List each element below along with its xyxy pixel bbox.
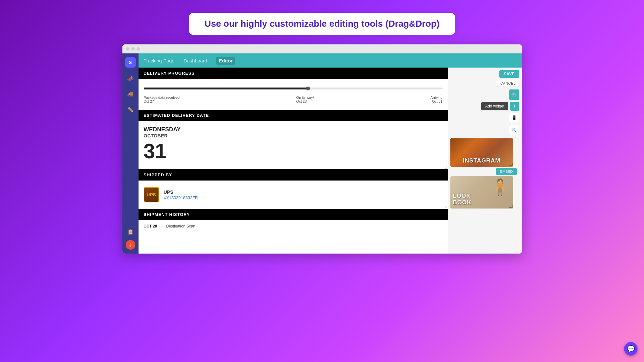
carrier-tracking[interactable]: XY1303918832FR	[164, 195, 198, 200]
embed-row: EMBED	[450, 168, 519, 175]
browser-dot-3	[137, 47, 140, 51]
tab-dashboard[interactable]: Dashboard	[181, 57, 210, 65]
top-banner: Use our highly customizable editing tool…	[189, 13, 455, 35]
main-content: Tracking Page Dashboard Editor DELIVERY …	[139, 53, 522, 254]
navbar: Tracking Page Dashboard Editor	[139, 53, 522, 68]
delivery-month: OCTOBER	[144, 133, 443, 138]
delivery-progress-header: DELIVERY PROGRESS	[139, 68, 448, 79]
sidebar-icon-book[interactable]: 📋	[126, 227, 135, 236]
mobile-preview-icon-button[interactable]: 📱	[509, 113, 519, 123]
progress-label-arriving: Arriving Oct 31	[430, 96, 442, 103]
save-button[interactable]: SAVE	[499, 70, 519, 78]
content-area: DELIVERY PROGRESS Package data received …	[139, 68, 522, 254]
lookbook-widget[interactable]: 🧍 LOOK BOOK	[450, 176, 513, 209]
progress-bar-fill	[144, 88, 308, 89]
lookbook-label: LOOK BOOK	[453, 193, 472, 206]
shipped-by-header: SHIPPED BY	[139, 169, 448, 181]
progress-step-2-date: Oct 28	[296, 99, 314, 103]
sidebar: S 📣 🚚 ✏️ 📋 J	[122, 53, 139, 254]
delivery-resize-handle[interactable]	[445, 166, 447, 169]
delivery-section: WEDNESDAY OCTOBER 31	[139, 121, 448, 169]
tracking-content: DELIVERY PROGRESS Package data received …	[139, 68, 448, 254]
history-section: OCT 28 Destination Scan	[139, 220, 448, 232]
instagram-resize-handle[interactable]	[509, 163, 513, 166]
progress-dot	[306, 87, 310, 90]
sidebar-icon-truck[interactable]: 🚚	[126, 89, 135, 98]
progress-labels: Package data received Oct 27 On its way!…	[144, 96, 443, 103]
carrier-name: UPS	[164, 189, 198, 195]
cancel-button[interactable]: CANCEL	[497, 80, 519, 87]
progress-step-1-label: Package data received	[144, 96, 180, 99]
browser-dot-2	[131, 47, 135, 51]
progress-label-onway: On its way! Oct 28	[296, 96, 314, 103]
shipped-by-section: SHIPPED BY UPS UPS XY1303918832FR	[139, 169, 448, 209]
lookbook-resize-handle[interactable]	[509, 205, 513, 208]
embed-button[interactable]: EMBED	[496, 168, 516, 175]
settings-icon-button[interactable]: ⚙️	[509, 89, 519, 100]
table-row: OCT 28 Destination Scan	[144, 224, 443, 228]
progress-step-2-label: On its way!	[296, 96, 314, 99]
sidebar-icon-megaphone[interactable]: 📣	[126, 74, 135, 83]
sidebar-avatar[interactable]: J	[126, 240, 135, 250]
progress-track	[144, 85, 443, 92]
banner-text: Use our highly customizable editing tool…	[205, 19, 440, 29]
shipment-history-header: SHIPMENT HISTORY	[139, 209, 448, 220]
history-date: OCT 28	[144, 224, 160, 228]
carrier-info: UPS XY1303918832FR	[164, 189, 198, 200]
progress-label-received: Package data received Oct 27	[144, 96, 180, 103]
icon-buttons: ⚙️	[448, 89, 522, 100]
right-panel: SAVE CANCEL ⚙️ Add widget + 📱	[448, 68, 522, 254]
chat-fab-container: 💬	[448, 250, 522, 254]
main-window: S 📣 🚚 ✏️ 📋 J Tracking Page Dashboard Edi…	[122, 44, 522, 254]
delivery-date-number: 31	[144, 141, 443, 162]
navbar-title: Tracking Page	[144, 58, 175, 63]
browser-chrome	[122, 44, 522, 53]
ups-logo: UPS	[144, 187, 159, 202]
progress-step-3-date: Oct 31	[430, 99, 442, 103]
tab-editor[interactable]: Editor	[216, 57, 235, 65]
browser-dot-1	[126, 47, 130, 51]
app-container: S 📣 🚚 ✏️ 📋 J Tracking Page Dashboard Edi…	[122, 53, 522, 254]
sidebar-bottom: 📋 J	[126, 227, 135, 250]
delivery-day: WEDNESDAY	[144, 126, 443, 133]
history-event: Destination Scan	[166, 224, 196, 228]
estimated-delivery-header: ESTIMATED DELIVERY DATE	[139, 110, 448, 121]
instagram-widget[interactable]: INSTAGRAM	[450, 138, 513, 167]
instagram-label: INSTAGRAM	[463, 158, 501, 164]
shipped-section: UPS UPS XY1303918832FR	[139, 181, 448, 209]
add-plus-button[interactable]: +	[510, 102, 519, 111]
carrier-row: UPS UPS XY1303918832FR	[144, 187, 443, 202]
widget-actions: SAVE CANCEL	[448, 68, 522, 89]
shipped-resize-handle[interactable]	[445, 206, 447, 208]
person-figure: 🧍	[490, 178, 510, 197]
progress-section: Package data received Oct 27 On its way!…	[139, 79, 448, 110]
add-widget-button[interactable]: Add widget	[481, 102, 508, 110]
add-widget-row: Add widget +	[448, 100, 522, 113]
estimated-delivery-section: ESTIMATED DELIVERY DATE WEDNESDAY OCTOBE…	[139, 110, 448, 169]
widget-images: INSTAGRAM EMBED 🧍 LOOK BOOK	[448, 137, 522, 210]
sidebar-icon-pencil[interactable]: ✏️	[126, 105, 135, 114]
more-icon-buttons: 📱 🔍	[448, 113, 522, 135]
shipment-history-section: SHIPMENT HISTORY OCT 28 Destination Scan	[139, 209, 448, 232]
sidebar-logo[interactable]: S	[125, 57, 136, 68]
search-icon-button[interactable]: 🔍	[509, 125, 519, 135]
progress-step-3-label: Arriving	[430, 96, 442, 99]
progress-step-1-date: Oct 27	[144, 99, 180, 103]
